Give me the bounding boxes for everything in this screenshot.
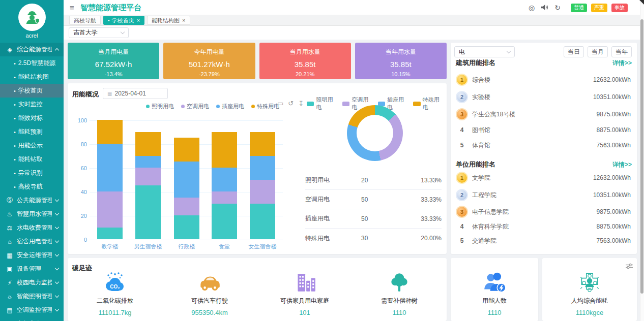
sidebar-item[interactable]: ◆电气安全 [0,317,64,321]
carbon-item: 可供汽车行驶955350.4km [162,258,257,321]
sidebar-subitem[interactable]: •2.5D智慧能源 [0,56,64,70]
sidebar-subitem[interactable]: •学校首页 [0,84,64,98]
sidebar-subitem[interactable]: •能耗钻取 [0,152,64,166]
refresh-icon[interactable]: ↻ [554,4,561,11]
save-image-icon[interactable]: ↧ [298,100,304,107]
period-button-当月[interactable]: 当月 [588,46,608,57]
donut-legend-item-特殊用电[interactable]: 特殊用电 [413,96,444,111]
speaker-icon[interactable] [541,4,548,12]
sidebar-item[interactable]: ☼智能照明管理 [0,290,64,303]
alarm-button[interactable]: 严重 [591,4,607,12]
school-select[interactable]: 吉首大学 [69,27,129,38]
scrollbar-thumb[interactable] [640,19,643,294]
period-button-当年[interactable]: 当年 [611,46,632,57]
carbon-item: CO₂二氧化碳排放111011.7kg [68,258,162,321]
sidebar-subitem[interactable]: •能效对标 [0,111,64,125]
building-detail-link[interactable]: 详情>> [612,59,632,68]
worker-logo-icon [18,4,46,31]
chevron-down-icon [55,211,59,215]
chevron-down-icon [121,30,125,34]
y-axis-label: 0 [72,237,87,243]
sidebar-subitem[interactable]: •能耗结构图 [0,70,64,84]
restore-icon[interactable]: ↺ [288,100,294,107]
sidebar-item[interactable]: ⌂宿舍用电管理 [0,235,64,248]
fullscreen-icon[interactable]: ◎ [529,4,535,11]
sliders-icon[interactable] [626,262,633,271]
rank-name: 图书馆 [472,126,597,135]
alarm-button[interactable]: 事故 [611,4,628,12]
rank-row: 5交通学院7563.00kWh [457,234,631,247]
rank-row: 4图书馆8875.00kWh [457,123,631,137]
bar-segment-空调用电 [135,168,161,185]
sidebar-item[interactable]: ⚡校园电力监控 [0,276,64,290]
y-axis-label: 100 [72,117,87,123]
medal-3-icon: 3 [457,207,467,217]
period-buttons: 当日当月当年 [564,46,632,57]
sidebar-item[interactable]: ▣设备管理 [0,262,64,276]
co2-cloud-icon: CO₂ [68,270,162,296]
bar-segment-特殊用电 [135,132,161,156]
rank-name: 学生公寓18号楼 [472,110,597,119]
data-view-icon[interactable]: ▭ [277,100,283,107]
bar-男生宿舍楼[interactable] [135,132,161,240]
tab-能耗结构图[interactable]: 能耗结构图× [147,16,190,25]
unit-detail-link[interactable]: 详情>> [612,160,632,169]
sidebar-item[interactable]: ⚖水电收费管理 [0,221,64,235]
chevron-down-icon [55,239,59,243]
chevron-down-icon [55,252,59,256]
bar-segment-插座用电 [174,162,199,198]
bar-食堂[interactable] [212,132,237,240]
topbar-tools: ◎ ↻ 普通严重事故 [529,0,628,15]
donut-table-row: 空调用电5033.33% [305,190,442,209]
stat-card-delta: 10.15% [355,71,447,77]
bullet-icon: • [14,74,16,80]
legend-item-空调用电[interactable]: 空调用电 [181,103,209,110]
bar-segment-照明用电 [250,204,275,240]
sidebar-item[interactable]: ▦安全运维管理 [0,248,64,262]
close-icon[interactable]: × [137,17,140,23]
close-icon[interactable]: × [182,17,185,23]
legend-dot-icon [251,105,255,108]
bar-女生宿舍楼[interactable] [250,132,275,240]
energy-type-select[interactable]: 电 [454,46,515,57]
scrollbar[interactable] [640,0,644,321]
legend-item-特殊用电[interactable]: 特殊用电 [251,103,279,110]
donut-legend-label: 照明用电 [316,96,337,111]
legend-item-插座用电[interactable]: 插座用电 [216,103,244,110]
carbon-item-label: 二氧化碳排放 [68,297,162,305]
sidebar-item[interactable]: ◈综合能源管理 [0,43,64,56]
sidebar-item[interactable]: ♨智慧用水管理 [0,207,64,221]
legend-label: 特殊用电 [257,103,279,110]
legend-item-照明用电[interactable]: 照明用电 [146,103,174,110]
bar-行政楼[interactable] [174,138,199,239]
sidebar-subitem[interactable]: •用能公示 [0,139,64,152]
bar-教学楼[interactable] [97,120,123,239]
donut-legend-item-照明用电[interactable]: 照明用电 [307,96,338,111]
alarm-button[interactable]: 普通 [571,4,587,12]
tab-学校首页[interactable]: ●学校首页× [103,16,144,25]
rank-row: 4体育科学学院8875.00kWh [457,220,631,233]
hamburger-icon[interactable]: ≡ [70,3,74,12]
rank-name: 文学院 [472,174,593,182]
power-monitor-icon: ⚡ [6,279,13,286]
sidebar-subitem-label: 异常识别 [18,169,43,177]
sidebar-subitem[interactable]: •能耗预测 [0,125,64,139]
sidebar-subitem-label: 能效对标 [18,114,43,122]
gridline [90,240,283,240]
tab-高校导航[interactable]: 高校导航 [69,16,101,25]
sidebar-subitem[interactable]: •异常识别 [0,166,64,180]
rank-value: 7563.00kWh [597,237,631,244]
period-button-当日[interactable]: 当日 [564,46,584,57]
sidebar-item[interactable]: Ⓢ公共能源管理 [0,194,64,207]
bar-segment-空调用电 [97,191,123,228]
rank-value: 10351.00kWh [593,191,631,199]
date-picker[interactable]: ▦ 2025-04-01 [103,88,168,99]
unit-rank-title: 单位用能排名 [456,160,495,169]
sidebar-subitem[interactable]: •实时监控 [0,98,64,111]
sidebar-item[interactable]: ▤空调监控管理 [0,303,64,317]
donut-table-row: 特殊用电3020.00% [305,229,442,248]
carbon-footprint-card: 碳足迹 CO₂二氧化碳排放111011.7kg可供汽车行驶955350.4km可… [68,258,447,321]
rank-number: 5 [457,142,467,149]
sidebar-subitem[interactable]: •高校导航 [0,180,64,194]
x-axis-label: 女生宿舍楼 [242,243,283,250]
